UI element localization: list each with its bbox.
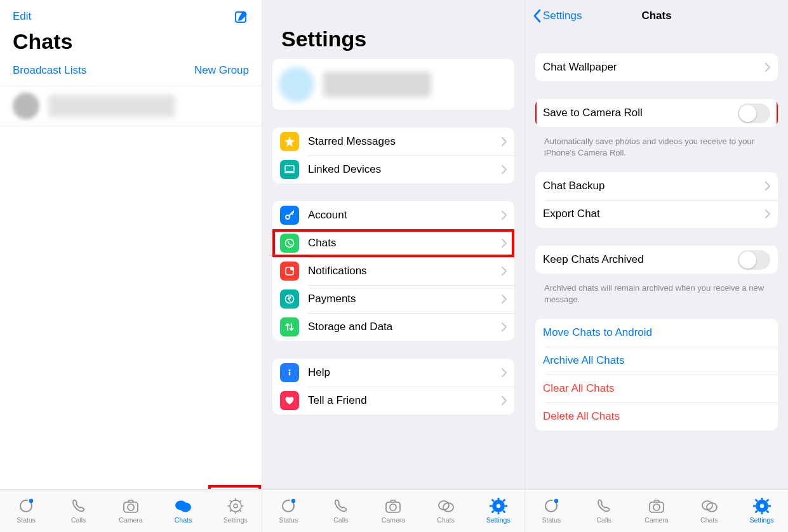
tab-chats[interactable]: Chats: [420, 489, 472, 532]
svg-point-21: [291, 499, 295, 503]
save-camera-roll-note: Automatically save photos and videos you…: [525, 131, 788, 158]
svg-point-17: [290, 267, 294, 270]
avatar: [13, 93, 39, 119]
chevron-right-icon: [502, 368, 507, 377]
tab-calls[interactable]: Calls: [52, 489, 104, 532]
tab-camera[interactable]: Camera: [367, 489, 420, 532]
chevron-right-icon: [502, 295, 507, 303]
tab-chats[interactable]: Chats: [683, 489, 735, 532]
star-icon: [280, 132, 299, 151]
profile-row[interactable]: [272, 59, 514, 110]
compose-icon[interactable]: [234, 9, 249, 24]
chevron-right-icon: [502, 396, 507, 405]
keep-archived-note: Archived chats will remain archived when…: [525, 277, 788, 305]
toggle-save-camera-roll[interactable]: [738, 103, 770, 123]
tab-bar: Status Calls Camera Chats Settings: [0, 489, 262, 532]
row-archive-all[interactable]: Archive All Chats: [535, 347, 778, 375]
tab-camera[interactable]: Camera: [631, 489, 683, 532]
chevron-right-icon: [502, 239, 507, 248]
row-keep-archived[interactable]: Keep Chats Archived: [535, 246, 778, 274]
key-icon: [280, 206, 299, 225]
chevron-right-icon: [502, 211, 507, 220]
chevron-right-icon: [502, 137, 507, 146]
row-move-to-android[interactable]: Move Chats to Android: [535, 319, 778, 347]
row-starred-messages[interactable]: Starred Messages: [272, 128, 514, 156]
edit-button[interactable]: Edit: [13, 10, 31, 23]
tab-chats[interactable]: Chats: [157, 489, 209, 532]
svg-point-12: [29, 499, 33, 503]
row-storage-data[interactable]: Storage and Data: [272, 313, 514, 341]
rupee-icon: [280, 289, 299, 309]
panel-chats-list: Edit Chats Broadcast Lists New Group Sta…: [0, 0, 262, 532]
whatsapp-icon: [280, 234, 299, 253]
chevron-right-icon: [502, 323, 507, 331]
chevron-right-icon: [765, 209, 770, 218]
tab-bar: Status Calls Camera Chats Settings: [525, 489, 788, 532]
row-chats[interactable]: Chats: [272, 229, 514, 257]
svg-point-19: [289, 369, 291, 371]
tab-status[interactable]: Status: [525, 489, 578, 532]
row-account[interactable]: Account: [272, 201, 514, 229]
row-delete-all[interactable]: Delete All Chats: [535, 402, 778, 430]
panel-settings: Settings Starred Messages Linked Devices…: [262, 0, 525, 532]
tab-calls[interactable]: Calls: [315, 489, 368, 532]
row-linked-devices[interactable]: Linked Devices: [272, 156, 514, 183]
chevron-right-icon: [765, 182, 770, 190]
tab-camera[interactable]: Camera: [105, 489, 157, 532]
row-chat-backup[interactable]: Chat Backup: [535, 172, 778, 200]
tab-settings[interactable]: Settings: [472, 489, 524, 532]
svg-point-15: [286, 239, 294, 248]
heart-icon: [280, 391, 299, 410]
page-title: Settings: [262, 0, 524, 59]
data-arrows-icon: [280, 317, 299, 336]
tab-settings[interactable]: Settings: [210, 489, 262, 532]
svg-rect-20: [289, 372, 290, 376]
chevron-right-icon: [502, 267, 507, 276]
row-notifications[interactable]: Notifications: [272, 257, 514, 285]
chat-list-item[interactable]: [0, 86, 262, 126]
chevron-right-icon: [765, 63, 770, 72]
avatar: [279, 67, 314, 102]
row-save-camera-roll[interactable]: Save to Camera Roll: [535, 99, 778, 127]
row-tell-a-friend[interactable]: Tell a Friend: [272, 387, 514, 415]
tab-settings[interactable]: Settings: [735, 489, 788, 532]
tab-status[interactable]: Status: [262, 489, 315, 532]
row-export-chat[interactable]: Export Chat: [535, 200, 778, 228]
svg-point-22: [554, 499, 558, 503]
svg-rect-13: [285, 166, 294, 171]
broadcast-lists-link[interactable]: Broadcast Lists: [13, 64, 86, 77]
panel-chats-settings: Settings Chats Chat Wallpaper Save to Ca…: [525, 0, 788, 532]
page-title: Chats: [0, 27, 262, 60]
chat-preview-redacted: [48, 95, 175, 117]
new-group-link[interactable]: New Group: [194, 64, 249, 77]
chevron-right-icon: [502, 165, 507, 174]
row-payments[interactable]: Payments: [272, 285, 514, 313]
info-icon: [280, 363, 299, 382]
notifications-icon: [280, 262, 299, 281]
row-chat-wallpaper[interactable]: Chat Wallpaper: [535, 53, 778, 81]
tab-calls[interactable]: Calls: [578, 489, 631, 532]
tab-status[interactable]: Status: [0, 489, 52, 532]
tab-bar: Status Calls Camera Chats Settings: [262, 489, 524, 532]
chevron-left-icon: [533, 9, 541, 23]
profile-name-redacted: [323, 72, 431, 97]
row-help[interactable]: Help: [272, 359, 514, 387]
row-clear-all[interactable]: Clear All Chats: [535, 375, 778, 402]
toggle-keep-archived[interactable]: [738, 250, 770, 270]
laptop-icon: [280, 160, 299, 179]
back-button[interactable]: Settings: [533, 9, 582, 23]
